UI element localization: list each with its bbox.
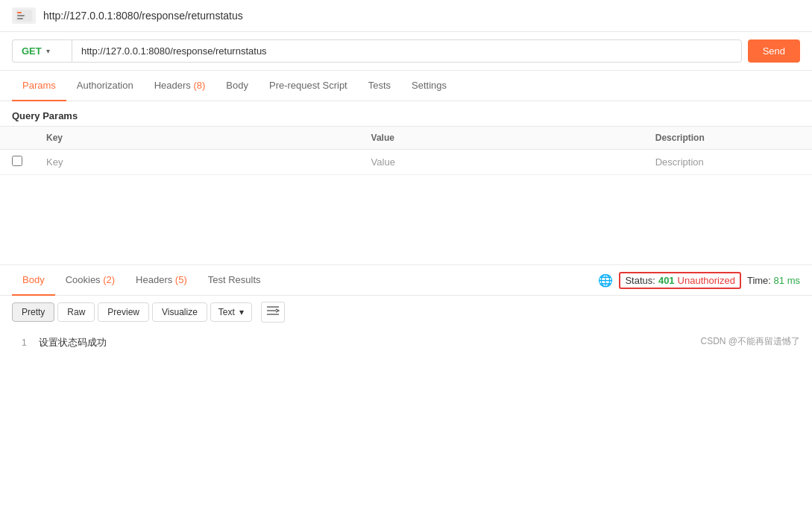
response-tabs-row: Body Cookies (2) Headers (5) Test Result… bbox=[0, 265, 812, 296]
method-label: GET bbox=[22, 45, 42, 57]
chevron-down-icon: ▾ bbox=[46, 47, 50, 55]
time-label: Time: 81 ms bbox=[747, 275, 800, 286]
row-checkbox[interactable] bbox=[12, 156, 22, 166]
watermark: CSDN @不能再留遗憾了 bbox=[700, 335, 800, 348]
query-params-label: Query Params bbox=[0, 101, 812, 126]
tab-pre-request[interactable]: Pre-request Script bbox=[259, 71, 358, 101]
wrap-icon[interactable] bbox=[261, 302, 285, 323]
tab-authorization[interactable]: Authorization bbox=[66, 71, 144, 101]
response-tab-test-results[interactable]: Test Results bbox=[198, 265, 271, 296]
format-btn-raw[interactable]: Raw bbox=[57, 302, 95, 322]
status-label: Status: bbox=[625, 275, 655, 286]
globe-icon: 🌐 bbox=[598, 273, 613, 288]
response-tab-body[interactable]: Body bbox=[12, 265, 55, 296]
tab-body[interactable]: Body bbox=[215, 71, 259, 101]
response-body: 1 设置状态码成功 bbox=[0, 329, 812, 357]
svg-rect-1 bbox=[17, 12, 22, 13]
format-btn-visualize[interactable]: Visualize bbox=[152, 302, 207, 322]
text-dropdown[interactable]: Text ▾ bbox=[210, 302, 252, 322]
tab-tests[interactable]: Tests bbox=[358, 71, 401, 101]
url-input[interactable] bbox=[72, 39, 742, 63]
tab-settings[interactable]: Settings bbox=[401, 71, 457, 101]
checkbox-col-header bbox=[0, 127, 34, 150]
format-btn-preview[interactable]: Preview bbox=[98, 302, 149, 322]
send-button[interactable]: Send bbox=[748, 39, 800, 63]
table-row: Key Value Description bbox=[0, 150, 812, 175]
text-dropdown-label: Text bbox=[218, 307, 235, 317]
line-number: 1 bbox=[12, 337, 27, 348]
svg-rect-2 bbox=[17, 15, 25, 16]
request-tabs: Params Authorization Headers (8) Body Pr… bbox=[0, 71, 812, 101]
app-icon bbox=[12, 7, 36, 24]
desc-cell[interactable]: Description bbox=[643, 150, 812, 175]
code-line: 1 设置状态码成功 bbox=[12, 334, 800, 351]
time-value: 81 ms bbox=[774, 275, 800, 286]
url-bar: GET ▾ Send bbox=[0, 32, 812, 71]
response-tab-headers[interactable]: Headers (5) bbox=[125, 265, 198, 296]
tab-params[interactable]: Params bbox=[12, 71, 66, 101]
status-text: Unauthorized bbox=[678, 275, 735, 286]
key-col-header: Key bbox=[34, 127, 359, 150]
format-btn-pretty[interactable]: Pretty bbox=[12, 302, 54, 322]
params-table: Key Value Description Key Value Descript… bbox=[0, 126, 812, 175]
response-tab-cookies[interactable]: Cookies (2) bbox=[55, 265, 125, 296]
line-content: 设置状态码成功 bbox=[39, 337, 107, 348]
response-area: Body Cookies (2) Headers (5) Test Result… bbox=[0, 264, 812, 357]
status-badge-box: Status: 401 Unauthorized bbox=[619, 272, 741, 289]
text-dropdown-chevron: ▾ bbox=[239, 307, 244, 317]
svg-rect-3 bbox=[17, 18, 23, 19]
desc-col-header: Description bbox=[643, 127, 812, 150]
method-select[interactable]: GET ▾ bbox=[12, 39, 72, 63]
response-status-area: 🌐 Status: 401 Unauthorized Time: 81 ms bbox=[598, 266, 800, 295]
value-cell[interactable]: Value bbox=[359, 150, 643, 175]
status-code: 401 bbox=[658, 275, 675, 286]
title-bar: http://127.0.0.1:8080/response/returnsta… bbox=[0, 0, 812, 32]
format-tabs: Pretty Raw Preview Visualize Text ▾ bbox=[0, 296, 812, 329]
row-checkbox-cell bbox=[0, 150, 34, 175]
page-title: http://127.0.0.1:8080/response/returnsta… bbox=[43, 10, 243, 22]
value-col-header: Value bbox=[359, 127, 643, 150]
key-cell[interactable]: Key bbox=[34, 150, 359, 175]
tab-headers[interactable]: Headers (8) bbox=[144, 71, 216, 101]
